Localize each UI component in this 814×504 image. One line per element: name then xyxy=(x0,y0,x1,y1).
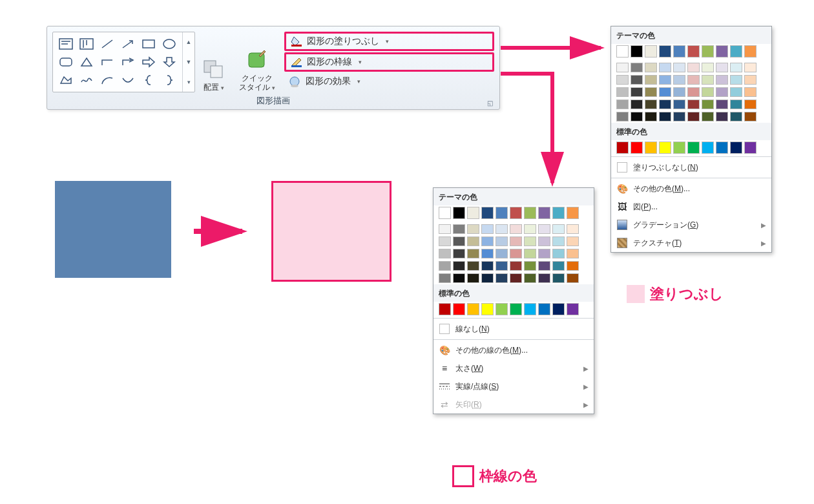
color-swatch[interactable] xyxy=(716,112,728,121)
color-swatch[interactable] xyxy=(439,224,451,234)
color-swatch[interactable] xyxy=(673,75,685,85)
color-swatch[interactable] xyxy=(510,303,522,315)
color-swatch[interactable] xyxy=(702,142,714,154)
shapes-gallery[interactable]: ▲ ▼ ▾ xyxy=(52,32,195,92)
color-swatch[interactable] xyxy=(645,63,657,72)
color-swatch[interactable] xyxy=(510,224,522,234)
color-swatch[interactable] xyxy=(467,303,479,315)
color-swatch[interactable] xyxy=(730,75,742,85)
color-swatch[interactable] xyxy=(496,224,508,234)
color-swatch[interactable] xyxy=(439,303,451,315)
color-swatch[interactable] xyxy=(730,63,742,72)
color-swatch[interactable] xyxy=(538,207,550,219)
color-swatch[interactable] xyxy=(510,273,522,283)
color-swatch[interactable] xyxy=(716,87,728,97)
color-swatch[interactable] xyxy=(631,100,643,109)
gallery-spinner[interactable]: ▲ ▼ ▾ xyxy=(182,32,194,92)
color-swatch[interactable] xyxy=(496,236,508,246)
color-swatch[interactable] xyxy=(702,100,714,109)
gradient-fill-item[interactable]: グラデーション(G) ▶ xyxy=(611,216,771,234)
color-swatch[interactable] xyxy=(616,75,629,85)
color-swatch[interactable] xyxy=(439,261,451,271)
color-swatch[interactable] xyxy=(538,303,550,315)
color-swatch[interactable] xyxy=(552,207,565,219)
color-swatch[interactable] xyxy=(481,303,494,315)
color-swatch[interactable] xyxy=(616,87,629,97)
shape-curve[interactable] xyxy=(118,71,138,89)
color-swatch[interactable] xyxy=(631,112,643,121)
color-swatch[interactable] xyxy=(510,236,522,246)
color-swatch[interactable] xyxy=(552,273,565,283)
shape-triangle[interactable] xyxy=(76,53,97,71)
shape-arrow-line[interactable] xyxy=(118,35,138,53)
shape-right-brace[interactable] xyxy=(159,71,180,89)
color-swatch[interactable] xyxy=(552,261,565,271)
shape-elbow-arrow[interactable] xyxy=(118,53,138,71)
picture-fill-item[interactable]: 🖼 図(P)... xyxy=(611,198,771,216)
color-swatch[interactable] xyxy=(645,87,657,97)
color-swatch[interactable] xyxy=(496,303,508,315)
color-swatch[interactable] xyxy=(481,236,494,246)
color-swatch[interactable] xyxy=(744,100,757,109)
color-swatch[interactable] xyxy=(631,142,643,154)
color-swatch[interactable] xyxy=(439,273,451,283)
color-swatch[interactable] xyxy=(631,87,643,97)
color-swatch[interactable] xyxy=(659,142,671,154)
color-swatch[interactable] xyxy=(538,261,550,271)
color-swatch[interactable] xyxy=(716,45,728,58)
color-swatch[interactable] xyxy=(687,87,700,97)
color-swatch[interactable] xyxy=(702,45,714,58)
texture-fill-item[interactable]: テクスチャ(T) ▶ xyxy=(611,234,771,252)
color-swatch[interactable] xyxy=(744,87,757,97)
shape-textbox-v[interactable] xyxy=(76,35,97,53)
color-swatch[interactable] xyxy=(687,100,700,109)
color-swatch[interactable] xyxy=(744,112,757,121)
gallery-up-icon[interactable]: ▲ xyxy=(183,32,194,52)
color-swatch[interactable] xyxy=(659,112,671,121)
color-swatch[interactable] xyxy=(567,261,579,271)
color-swatch[interactable] xyxy=(524,261,536,271)
color-swatch[interactable] xyxy=(481,224,494,234)
color-swatch[interactable] xyxy=(702,112,714,121)
color-swatch[interactable] xyxy=(538,224,550,234)
color-swatch[interactable] xyxy=(687,45,700,58)
color-swatch[interactable] xyxy=(552,236,565,246)
color-swatch[interactable] xyxy=(673,112,685,121)
color-swatch[interactable] xyxy=(552,303,565,315)
color-swatch[interactable] xyxy=(481,273,494,283)
color-swatch[interactable] xyxy=(567,249,579,258)
color-swatch[interactable] xyxy=(659,63,671,72)
color-swatch[interactable] xyxy=(439,207,451,219)
color-swatch[interactable] xyxy=(439,249,451,258)
color-swatch[interactable] xyxy=(616,100,629,109)
color-swatch[interactable] xyxy=(744,142,757,154)
color-swatch[interactable] xyxy=(716,75,728,85)
color-swatch[interactable] xyxy=(730,112,742,121)
color-swatch[interactable] xyxy=(524,236,536,246)
color-swatch[interactable] xyxy=(702,75,714,85)
color-swatch[interactable] xyxy=(453,236,465,246)
color-swatch[interactable] xyxy=(496,207,508,219)
color-swatch[interactable] xyxy=(631,45,643,58)
shape-textbox-h[interactable] xyxy=(56,35,76,53)
color-swatch[interactable] xyxy=(496,261,508,271)
color-swatch[interactable] xyxy=(496,249,508,258)
gallery-more-icon[interactable]: ▾ xyxy=(183,72,194,92)
color-swatch[interactable] xyxy=(453,249,465,258)
color-swatch[interactable] xyxy=(538,236,550,246)
dialog-launcher-icon[interactable]: ◱ xyxy=(487,100,493,107)
color-swatch[interactable] xyxy=(673,142,685,154)
color-swatch[interactable] xyxy=(730,87,742,97)
color-swatch[interactable] xyxy=(631,63,643,72)
color-swatch[interactable] xyxy=(510,207,522,219)
color-swatch[interactable] xyxy=(567,224,579,234)
color-swatch[interactable] xyxy=(673,45,685,58)
color-swatch[interactable] xyxy=(616,112,629,121)
color-swatch[interactable] xyxy=(730,45,742,58)
color-swatch[interactable] xyxy=(659,75,671,85)
color-swatch[interactable] xyxy=(659,45,671,58)
color-swatch[interactable] xyxy=(730,100,742,109)
shape-roundrect[interactable] xyxy=(56,53,76,71)
color-swatch[interactable] xyxy=(673,100,685,109)
color-swatch[interactable] xyxy=(524,224,536,234)
